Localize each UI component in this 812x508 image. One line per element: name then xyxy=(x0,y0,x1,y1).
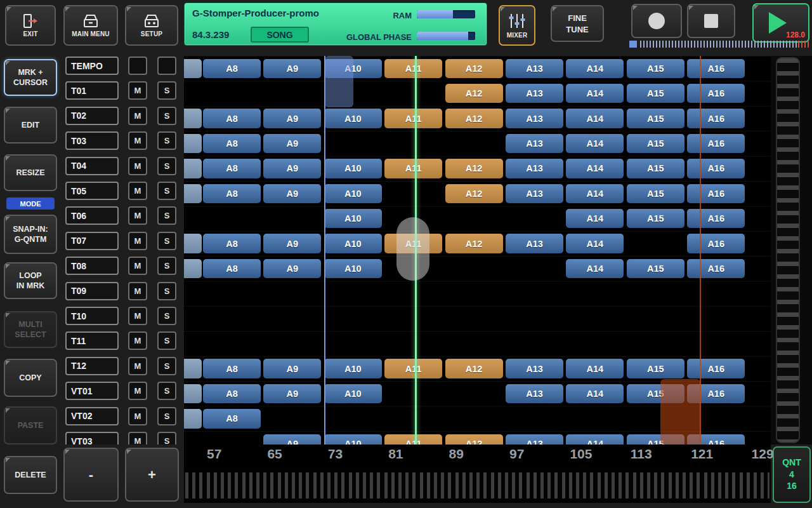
mixer-button[interactable]: MIXER xyxy=(499,5,535,46)
pattern-cell-t06-a10[interactable]: A10 xyxy=(324,209,382,229)
pattern-cell-t03-a9[interactable]: A9 xyxy=(263,134,321,154)
track-label-t12[interactable]: T12 xyxy=(65,357,119,375)
pattern-cell-t07-a12[interactable]: A12 xyxy=(445,234,503,253)
mute-button-t05[interactable]: M xyxy=(128,182,147,200)
pattern-cell-t07-a9[interactable]: A9 xyxy=(263,234,321,253)
vertical-scrollbar[interactable] xyxy=(776,57,800,443)
solo-button-vt03[interactable]: S xyxy=(157,432,176,444)
pattern-cell-t05-a9[interactable]: A9 xyxy=(263,184,321,204)
pattern-cell-t05-a14[interactable]: A14 xyxy=(566,184,624,204)
pattern-cell-t01-a14[interactable]: A14 xyxy=(566,84,624,104)
pattern-cell-t03-a13[interactable]: A13 xyxy=(506,134,563,154)
track-label-t01[interactable]: T01 xyxy=(65,81,119,100)
pattern-cell-t04-a10[interactable]: A10 xyxy=(324,159,382,178)
solo-button-t03[interactable]: S xyxy=(157,131,176,150)
pattern-cell-t05-a12[interactable]: A12 xyxy=(445,184,503,204)
pattern-cell-t12-a15[interactable]: A15 xyxy=(627,359,684,378)
zoom-out-button[interactable]: - xyxy=(63,448,119,502)
timeline-ruler[interactable]: 576573818997105113121129 xyxy=(184,444,771,468)
pattern-cell-t07-a10[interactable]: A10 xyxy=(324,234,382,253)
pattern-cell-t05-a13[interactable]: A13 xyxy=(506,184,563,204)
zoom-scroll-strip[interactable] xyxy=(184,468,771,503)
pattern-cell-vt01-a13[interactable]: A13 xyxy=(506,384,563,404)
pattern-cell-t03-a8[interactable]: A8 xyxy=(203,134,261,154)
pattern-cell-t12-a8[interactable]: A8 xyxy=(203,359,261,378)
pattern-cell-t12-a13[interactable]: A13 xyxy=(506,359,563,378)
solo-button-t11[interactable]: S xyxy=(157,331,176,350)
pattern-cell-t02-partial[interactable] xyxy=(184,109,202,128)
pattern-cell-t02-a15[interactable]: A15 xyxy=(627,109,684,128)
pattern-cell-t06-a14[interactable]: A14 xyxy=(566,209,624,229)
pattern-cell-t07-a13[interactable]: A13 xyxy=(506,234,563,253)
play-button[interactable]: 128.0 xyxy=(752,3,809,43)
record-button[interactable] xyxy=(631,4,682,38)
zoom-in-button[interactable]: + xyxy=(125,448,179,502)
pattern-cell-vt01-a9[interactable]: A9 xyxy=(263,384,321,404)
mute-button-t12[interactable]: M xyxy=(128,357,147,375)
pattern-cell-tempo-partial[interactable] xyxy=(184,59,202,79)
song-position-strip[interactable] xyxy=(629,40,811,49)
solo-button-t04[interactable]: S xyxy=(157,157,176,175)
stop-button[interactable] xyxy=(687,4,735,38)
track-label-t09[interactable]: T09 xyxy=(65,282,119,300)
pattern-cell-t12-a11[interactable]: A11 xyxy=(384,359,442,378)
pattern-cell-tempo-a13[interactable]: A13 xyxy=(506,59,563,79)
track-label-t04[interactable]: T04 xyxy=(65,157,119,175)
pattern-cell-t01-a13[interactable]: A13 xyxy=(506,84,563,104)
track-label-vt03[interactable]: VT03 xyxy=(65,432,119,444)
pattern-cell-vt03-a11[interactable]: A11 xyxy=(384,434,442,445)
pattern-cell-tempo-a16[interactable]: A16 xyxy=(687,59,745,79)
track-label-t02[interactable]: T02 xyxy=(65,107,119,125)
solo-button-t09[interactable]: S xyxy=(157,282,176,300)
pattern-cell-vt03-a12[interactable]: A12 xyxy=(445,434,503,445)
mute-button-vt01[interactable]: M xyxy=(128,382,147,400)
solo-button-t02[interactable]: S xyxy=(157,107,176,125)
mute-button-vt02[interactable]: M xyxy=(128,407,147,425)
track-label-t10[interactable]: T10 xyxy=(65,307,119,325)
solo-button-t10[interactable]: S xyxy=(157,307,176,325)
pattern-cell-t08-a10[interactable]: A10 xyxy=(324,259,382,279)
track-label-t06[interactable]: T06 xyxy=(65,206,119,225)
solo-button-t05[interactable]: S xyxy=(157,182,176,200)
pattern-cell-vt01-a8[interactable]: A8 xyxy=(203,384,261,404)
track-label-vt01[interactable]: VT01 xyxy=(65,382,119,400)
pattern-cell-t12-a10[interactable]: A10 xyxy=(324,359,382,378)
mute-button-t10[interactable]: M xyxy=(128,307,147,325)
pattern-cell-t08-a8[interactable]: A8 xyxy=(203,259,261,279)
marker-start-region[interactable] xyxy=(325,56,353,107)
track-label-tempo[interactable]: TEMPO xyxy=(65,57,119,75)
mute-button-t08[interactable]: M xyxy=(128,257,147,275)
pattern-cell-t12-a16[interactable]: A16 xyxy=(687,359,745,378)
mute-button-t03[interactable]: M xyxy=(128,131,147,150)
marker-end-region[interactable] xyxy=(660,379,700,444)
main-menu-button[interactable]: MAIN MENU xyxy=(63,5,118,46)
track-label-vt02[interactable]: VT02 xyxy=(65,407,119,425)
pattern-cell-t01-a15[interactable]: A15 xyxy=(627,84,684,104)
sidebar-item-delete[interactable]: DELETE xyxy=(4,456,57,494)
pattern-cell-vt03-a13[interactable]: A13 xyxy=(506,434,563,445)
mute-button-t07[interactable]: M xyxy=(128,232,147,250)
pattern-cell-t04-a9[interactable]: A9 xyxy=(263,159,321,178)
pattern-cell-t07-a14[interactable]: A14 xyxy=(566,234,624,253)
quantize-button[interactable]: QNT416 xyxy=(773,446,811,503)
pattern-cell-t02-a14[interactable]: A14 xyxy=(566,109,624,128)
pattern-cell-t05-a15[interactable]: A15 xyxy=(627,184,684,204)
pattern-cell-t01-a16[interactable]: A16 xyxy=(687,84,745,104)
solo-button-t07[interactable]: S xyxy=(157,232,176,250)
pattern-cell-t02-a8[interactable]: A8 xyxy=(203,109,261,128)
touch-cursor[interactable] xyxy=(396,217,429,281)
fine-tune-button[interactable]: FINE TUNE xyxy=(551,5,604,42)
pattern-cell-t08-a9[interactable]: A9 xyxy=(263,259,321,279)
setup-button[interactable]: SETUP xyxy=(125,5,178,46)
pattern-cell-vt02-partial[interactable] xyxy=(184,409,202,429)
track-label-t05[interactable]: T05 xyxy=(65,182,119,200)
pattern-cell-t05-a16[interactable]: A16 xyxy=(687,184,745,204)
pattern-cell-t04-a12[interactable]: A12 xyxy=(445,159,503,178)
pattern-cell-t04-a8[interactable]: A8 xyxy=(203,159,261,178)
mute-button-tempo[interactable] xyxy=(128,57,147,75)
pattern-cell-tempo-a11[interactable]: A11 xyxy=(384,59,442,79)
pattern-cell-vt01-a10[interactable]: A10 xyxy=(324,384,382,404)
pattern-cell-vt01-a14[interactable]: A14 xyxy=(566,384,624,404)
pattern-cell-t02-a13[interactable]: A13 xyxy=(506,109,563,128)
mute-button-t11[interactable]: M xyxy=(128,331,147,350)
